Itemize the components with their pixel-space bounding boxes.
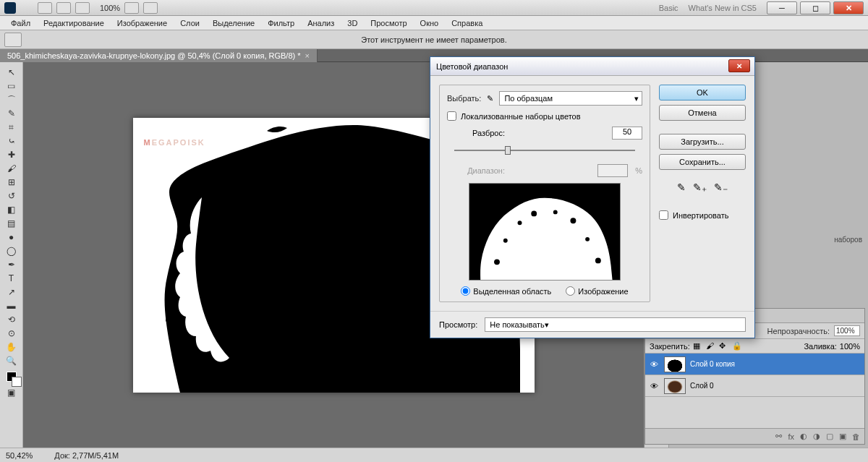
- arrange-docs-icon[interactable]: [124, 2, 139, 14]
- eyedropper-sub-icon[interactable]: ✎₋: [714, 181, 728, 193]
- 3dcam-tool[interactable]: ⊙: [4, 327, 20, 340]
- radio-image[interactable]: Изображение: [566, 286, 628, 296]
- status-zoom[interactable]: 50,42%: [6, 451, 33, 460]
- healing-tool[interactable]: ✚: [4, 148, 20, 161]
- adjust-icon[interactable]: ◑: [813, 432, 820, 441]
- zoom-tool[interactable]: 🔍: [4, 354, 20, 367]
- menu-image[interactable]: Изображение: [111, 19, 174, 27]
- document-tab[interactable]: 506_khimicheskaya-zavivka-krupnye-lokony…: [0, 49, 318, 62]
- maximize-button[interactable]: ◻: [800, 1, 830, 14]
- layer-row[interactable]: 👁 Слой 0 копия: [645, 354, 864, 375]
- bridge-icon[interactable]: [38, 2, 52, 14]
- dialog-titlebar[interactable]: Цветовой диапазон ✕: [430, 57, 754, 76]
- menubar: Файл Редактирование Изображение Слои Выд…: [0, 16, 868, 30]
- history-brush-tool[interactable]: ↺: [4, 189, 20, 202]
- fuzziness-slider[interactable]: [454, 144, 635, 157]
- path-tool[interactable]: ↗: [4, 286, 20, 299]
- visibility-icon[interactable]: 👁: [648, 382, 660, 390]
- type-tool[interactable]: T: [4, 272, 20, 285]
- close-button[interactable]: ✕: [833, 1, 864, 14]
- dodge-tool[interactable]: ◯: [4, 244, 20, 257]
- menu-window[interactable]: Окно: [414, 19, 446, 27]
- hand-tool[interactable]: ✋: [4, 341, 20, 354]
- menu-layers[interactable]: Слои: [174, 19, 206, 27]
- new-layer-icon[interactable]: ▣: [839, 432, 846, 441]
- menu-view[interactable]: Просмотр: [364, 19, 413, 27]
- layer-name[interactable]: Слой 0 копия: [690, 360, 735, 368]
- group-icon[interactable]: ▢: [826, 432, 833, 441]
- select-combo[interactable]: По образцам▾: [499, 91, 642, 106]
- document-tab-title: 506_khimicheskaya-zavivka-krupnye-lokony…: [7, 51, 301, 60]
- workspace-whatsnew[interactable]: What's New in CS5: [689, 4, 757, 12]
- crop-tool[interactable]: ⌗: [4, 121, 20, 134]
- cancel-button[interactable]: Отмена: [659, 105, 746, 121]
- screen-mode-icon[interactable]: [143, 2, 158, 14]
- load-button[interactable]: Загрузить...: [659, 134, 746, 150]
- minimize-button[interactable]: ─: [767, 1, 797, 14]
- 3d-tool[interactable]: ⟲: [4, 313, 20, 326]
- move-tool[interactable]: ↖: [4, 66, 20, 79]
- layer-thumb[interactable]: [664, 356, 686, 372]
- visibility-icon[interactable]: 👁: [648, 360, 660, 369]
- delete-icon[interactable]: 🗑: [852, 432, 860, 441]
- menu-file[interactable]: Файл: [4, 19, 37, 27]
- quickmask-tool[interactable]: ▣: [4, 386, 20, 399]
- preview-label: Просмотр:: [439, 320, 477, 329]
- fill-input[interactable]: 100%: [840, 342, 860, 351]
- menu-help[interactable]: Справка: [445, 19, 489, 27]
- selection-preview[interactable]: [469, 183, 621, 281]
- menu-filter[interactable]: Фильтр: [261, 19, 301, 27]
- minibridge-icon[interactable]: [56, 2, 71, 14]
- current-tool-preview[interactable]: [4, 33, 22, 47]
- invert-checkbox[interactable]: [659, 210, 668, 220]
- layer-row[interactable]: 👁 Слой 0: [645, 375, 864, 397]
- layer-name[interactable]: Слой 0: [690, 382, 714, 390]
- dialog-close-button[interactable]: ✕: [728, 59, 750, 72]
- fuzziness-input[interactable]: 50: [612, 127, 642, 140]
- layers-footer: ⚯ fx ◐ ◑ ▢ ▣ 🗑: [645, 428, 864, 444]
- mask-icon[interactable]: ◐: [800, 432, 807, 441]
- menu-3d[interactable]: 3D: [341, 19, 364, 27]
- lock-position-icon[interactable]: ✥: [719, 341, 729, 351]
- lasso-tool[interactable]: ⌒: [4, 93, 20, 106]
- eyedropper-sample-icon[interactable]: ✎: [677, 181, 686, 193]
- radio-image-input[interactable]: [566, 286, 575, 296]
- fx-icon[interactable]: fx: [788, 432, 794, 441]
- shape-tool[interactable]: ▬: [4, 299, 20, 312]
- gradient-tool[interactable]: ▤: [4, 217, 20, 230]
- link-layers-icon[interactable]: ⚯: [775, 432, 782, 441]
- invert-label: Инвертировать: [673, 211, 728, 220]
- eraser-tool[interactable]: ◧: [4, 203, 20, 216]
- app-titlebar: 100% Basic What's New in CS5 ─ ◻ ✕: [0, 0, 868, 16]
- save-button[interactable]: Сохранить...: [659, 154, 746, 170]
- blur-tool[interactable]: ●: [4, 231, 20, 244]
- marquee-tool[interactable]: ▭: [4, 80, 20, 93]
- radio-selection-input[interactable]: [461, 286, 470, 296]
- view-extras-icon[interactable]: [75, 2, 90, 14]
- localized-checkbox[interactable]: [447, 111, 456, 121]
- close-tab-icon[interactable]: ×: [305, 51, 310, 60]
- menu-select[interactable]: Выделение: [206, 19, 261, 27]
- eyedropper-tool[interactable]: ⤿: [4, 134, 20, 147]
- pen-tool[interactable]: ✒: [4, 258, 20, 271]
- zoom-indicator[interactable]: 100%: [100, 4, 120, 12]
- radio-selection[interactable]: Выделенная область: [461, 286, 551, 296]
- layer-thumb[interactable]: [664, 378, 686, 394]
- lock-pixels-icon[interactable]: 🖌: [706, 341, 716, 351]
- status-docinfo[interactable]: Док: 2,77M/5,41M: [54, 451, 119, 460]
- color-swatches[interactable]: [4, 368, 20, 385]
- menu-analysis[interactable]: Анализ: [301, 19, 341, 27]
- svg-point-10: [503, 239, 508, 243]
- stamp-tool[interactable]: ⊞: [4, 176, 20, 189]
- menu-edit[interactable]: Редактирование: [37, 19, 111, 27]
- quickselect-tool[interactable]: ✎: [4, 107, 20, 120]
- lock-transparent-icon[interactable]: ▦: [693, 341, 703, 351]
- preview-combo[interactable]: Не показывать▾: [485, 317, 746, 332]
- opacity-input[interactable]: 100%: [834, 325, 860, 336]
- brush-tool[interactable]: 🖌: [4, 162, 20, 175]
- eyedropper-add-icon[interactable]: ✎₊: [693, 181, 707, 193]
- workspace-basic[interactable]: Basic: [659, 4, 678, 12]
- lock-all-icon[interactable]: 🔒: [732, 341, 742, 351]
- lock-label: Закрепить:: [650, 342, 690, 351]
- ok-button[interactable]: OK: [659, 85, 746, 100]
